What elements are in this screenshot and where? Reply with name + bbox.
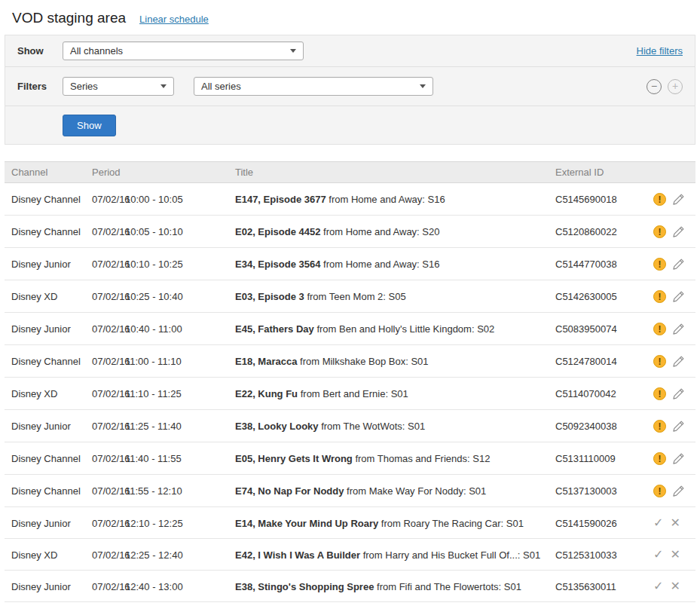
external-id-cell: C5131110009 bbox=[549, 442, 647, 475]
series-select[interactable]: All series bbox=[194, 77, 433, 96]
show-filter-row: Show All channels Hide filters bbox=[5, 35, 695, 67]
row-actions: ! ✓ ✕ bbox=[647, 313, 695, 345]
title-cell: E22, Kung Fu from Bert and Ernie: S01 bbox=[229, 378, 549, 410]
episode-title: E03, Episode 3 bbox=[235, 291, 304, 302]
chevron-down-icon bbox=[290, 49, 296, 53]
period-cell: 07/02/1611:55 - 12:10 bbox=[86, 475, 229, 507]
filter-panel: Show All channels Hide filters Filters S… bbox=[5, 35, 695, 145]
channel-cell: Disney XD bbox=[5, 280, 86, 313]
remove-filter-button[interactable]: − bbox=[647, 79, 662, 94]
period-cell: 07/02/1611:40 - 11:55 bbox=[86, 442, 229, 475]
warning-icon[interactable]: ! bbox=[653, 485, 666, 497]
episode-title: E147, Episode 3677 bbox=[235, 194, 326, 205]
period-cell: 07/02/1610:40 - 11:00 bbox=[86, 313, 229, 345]
edit-pencil-icon[interactable] bbox=[673, 485, 684, 497]
warning-icon[interactable]: ! bbox=[653, 290, 666, 303]
warning-icon[interactable]: ! bbox=[653, 355, 666, 368]
external-id-cell: C5139950007 bbox=[549, 602, 647, 612]
period-time: 10:05 - 10:10 bbox=[125, 226, 183, 237]
period-date: 07/02/16 bbox=[92, 421, 125, 432]
external-id-cell: C5137130003 bbox=[549, 475, 647, 507]
series-info: from Harry and His Bucket Full Of...: S0… bbox=[363, 549, 541, 561]
period-cell: 07/02/1610:05 - 10:10 bbox=[86, 216, 229, 248]
add-filter-button[interactable]: + bbox=[668, 79, 683, 94]
edit-pencil-icon[interactable] bbox=[673, 194, 684, 205]
table-row: Disney XD 07/02/1610:25 - 10:40 E03, Epi… bbox=[5, 280, 695, 313]
episode-title: E18, Maracca bbox=[235, 356, 297, 367]
row-actions: ! ✓ ✕ bbox=[647, 507, 695, 539]
approve-check-icon[interactable]: ✓ bbox=[653, 549, 663, 561]
external-id-cell: C5083950074 bbox=[549, 313, 647, 345]
edit-pencil-icon[interactable] bbox=[673, 323, 684, 335]
edit-pencil-icon[interactable] bbox=[673, 453, 684, 464]
period-date: 07/02/16 bbox=[92, 581, 125, 592]
episode-title: E45, Fathers Day bbox=[235, 323, 314, 335]
channel-cell: Disney Channel bbox=[5, 442, 86, 475]
channel-cell: Disney Channel bbox=[5, 216, 86, 248]
episode-title: E22, Kung Fu bbox=[235, 388, 298, 399]
episode-title: E38, Looky Looky bbox=[235, 421, 319, 432]
row-actions: ! ✓ ✕ bbox=[647, 475, 695, 507]
period-time: 11:55 - 12:10 bbox=[125, 485, 182, 497]
row-actions: ! ✓ ✕ bbox=[647, 442, 695, 475]
channel-cell: Disney Junior bbox=[5, 410, 86, 442]
table-row: Disney Channel 07/02/1610:05 - 10:10 E02… bbox=[5, 216, 695, 248]
channel-select[interactable]: All channels bbox=[63, 41, 304, 60]
period-date: 07/02/16 bbox=[92, 356, 125, 367]
title-cell: E02, Episode 4452 from Home and Away: S2… bbox=[229, 216, 549, 248]
page-header: VOD staging area Linear schedule bbox=[0, 0, 700, 35]
filters-row: Filters Series All series − + bbox=[5, 67, 695, 106]
column-header-external-id: External ID bbox=[549, 162, 647, 183]
episode-title: E14, Make Your Mind Up Roary bbox=[235, 518, 378, 529]
staging-table: Channel Period Title External ID Disney … bbox=[5, 161, 695, 612]
title-cell: E18, Maracca from Milkshake Bop Box: S01 bbox=[229, 345, 549, 378]
row-actions: ! ✓ ✕ bbox=[647, 378, 695, 410]
warning-icon[interactable]: ! bbox=[653, 420, 666, 433]
title-cell: E147, Episode 3677 from Home and Away: S… bbox=[229, 183, 549, 216]
warning-icon[interactable]: ! bbox=[653, 258, 666, 271]
table-row: Disney Junior 07/02/1610:10 - 10:25 E34,… bbox=[5, 248, 695, 280]
title-cell: E03, Episode 3 from Teen Mom 2: S05 bbox=[229, 280, 549, 313]
series-info: from Home and Away: S16 bbox=[329, 194, 445, 205]
external-id-cell: C5124780014 bbox=[549, 345, 647, 378]
period-time: 11:00 - 11:10 bbox=[125, 356, 182, 367]
channel-cell: Disney XD bbox=[5, 539, 86, 571]
approve-check-icon[interactable]: ✓ bbox=[653, 580, 663, 592]
reject-x-icon[interactable]: ✕ bbox=[670, 580, 680, 592]
external-id-cell: C5120860022 bbox=[549, 216, 647, 248]
reject-x-icon[interactable]: ✕ bbox=[670, 517, 680, 529]
series-select-value: All series bbox=[201, 81, 241, 92]
warning-icon[interactable]: ! bbox=[653, 193, 666, 206]
show-label: Show bbox=[17, 45, 63, 57]
period-time: 10:10 - 10:25 bbox=[125, 259, 183, 270]
edit-pencil-icon[interactable] bbox=[673, 291, 684, 302]
edit-pencil-icon[interactable] bbox=[673, 259, 684, 270]
edit-pencil-icon[interactable] bbox=[673, 421, 684, 432]
episode-title: E38, Stingo's Shopping Spree bbox=[235, 581, 374, 592]
series-info: from Roary The Racing Car: S01 bbox=[381, 518, 524, 529]
hide-filters-link[interactable]: Hide filters bbox=[637, 45, 683, 57]
period-time: 12:10 - 12:25 bbox=[125, 518, 183, 529]
warning-icon[interactable]: ! bbox=[653, 225, 666, 238]
approve-check-icon[interactable]: ✓ bbox=[653, 517, 663, 529]
period-time: 11:25 - 11:40 bbox=[125, 421, 182, 432]
external-id-cell: C5145690018 bbox=[549, 183, 647, 216]
external-id-cell: C5092340038 bbox=[549, 410, 647, 442]
edit-pencil-icon[interactable] bbox=[673, 356, 684, 367]
warning-icon[interactable]: ! bbox=[653, 323, 666, 335]
title-cell: E09, Fitting In from Hana's Helpline: S0… bbox=[229, 602, 549, 612]
reject-x-icon[interactable]: ✕ bbox=[670, 549, 680, 561]
filter-type-select[interactable]: Series bbox=[63, 77, 174, 96]
period-cell: 07/02/1611:10 - 11:25 bbox=[86, 378, 229, 410]
period-cell: 07/02/1610:10 - 10:25 bbox=[86, 248, 229, 280]
warning-icon[interactable]: ! bbox=[653, 387, 666, 400]
edit-pencil-icon[interactable] bbox=[673, 388, 684, 399]
period-cell: 07/02/1612:10 - 12:25 bbox=[86, 507, 229, 539]
external-id-cell: C5135630011 bbox=[549, 571, 647, 602]
linear-schedule-link[interactable]: Linear schedule bbox=[139, 14, 209, 25]
show-button[interactable]: Show bbox=[63, 115, 116, 136]
edit-pencil-icon[interactable] bbox=[673, 226, 684, 237]
vod-staging-page: VOD staging area Linear schedule Show Al… bbox=[0, 0, 700, 612]
filter-type-select-value: Series bbox=[70, 81, 98, 92]
warning-icon[interactable]: ! bbox=[653, 452, 666, 465]
